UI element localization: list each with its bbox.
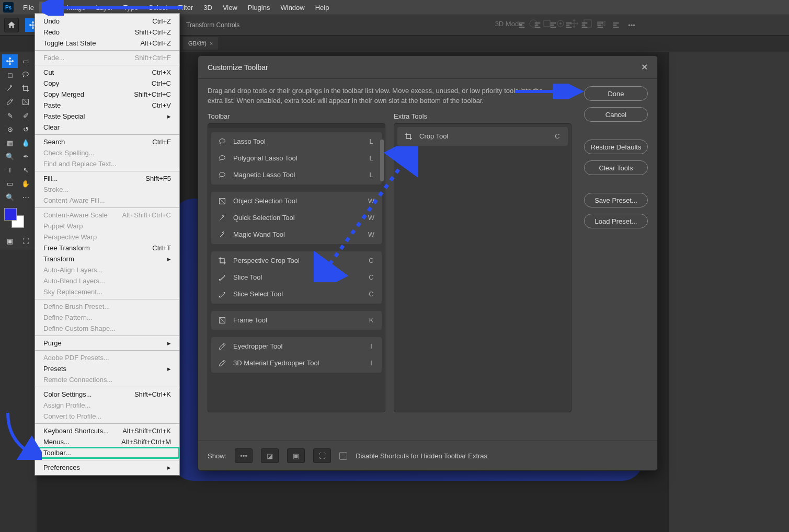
quick-select-tool[interactable] — [2, 82, 18, 95]
menu-3d[interactable]: 3D — [198, 2, 218, 14]
3d-scale-icon[interactable] — [583, 19, 592, 28]
show-quickmask-btn[interactable]: ▣ — [287, 448, 305, 463]
screenmode-tool[interactable]: ⛶ — [18, 234, 33, 248]
zoom-tool[interactable]: 🔍 — [2, 190, 18, 204]
extra-tool[interactable]: ⋯ — [18, 190, 33, 204]
menu-view[interactable]: View — [218, 2, 243, 14]
load-preset-button[interactable]: Load Preset... — [584, 214, 648, 228]
blur-tool[interactable]: 💧 — [18, 136, 33, 149]
tool-group[interactable]: Frame ToolK — [211, 311, 382, 330]
tool-group[interactable]: Perspective Crop ToolCSlice ToolCSlice S… — [211, 251, 382, 304]
menu-item-search[interactable]: SearchCtrl+F — [35, 136, 179, 147]
show-extras-btn[interactable]: ••• — [235, 448, 253, 463]
foreground-swatch[interactable] — [4, 208, 17, 221]
menu-item-clear[interactable]: Clear — [35, 122, 179, 133]
color-swatches[interactable] — [2, 207, 35, 233]
extra-tools-list[interactable]: Crop ToolC — [394, 123, 571, 412]
menu-item-toolbar[interactable]: Toolbar... — [35, 447, 179, 458]
crop-tool[interactable] — [18, 82, 33, 95]
menu-item-copy[interactable]: CopyCtrl+C — [35, 78, 179, 89]
artboard-tool[interactable]: ▭ — [18, 54, 33, 68]
menu-item-copy-merged[interactable]: Copy MergedShift+Ctrl+C — [35, 89, 179, 100]
document-tab[interactable]: GB/8#) × — [183, 37, 218, 50]
pencil-tool[interactable]: ✐ — [18, 109, 33, 122]
frame-tool[interactable] — [18, 95, 33, 109]
eyedropper-tool[interactable] — [2, 95, 18, 109]
dodge-tool[interactable]: 🔍 — [2, 149, 18, 163]
menu-type[interactable]: Type — [118, 2, 143, 14]
tool-item-crop-tool[interactable]: Crop ToolC — [397, 128, 568, 145]
menu-item-menus[interactable]: Menus...Alt+Shift+Ctrl+M — [35, 436, 179, 447]
menu-file[interactable]: File — [18, 2, 39, 14]
tool-item-eyedropper-tool[interactable]: Eyedropper ToolI — [211, 338, 382, 355]
history-brush-tool[interactable]: ↺ — [18, 122, 33, 136]
menu-item-paste-special[interactable]: Paste Special▸ — [35, 111, 179, 122]
tool-group[interactable]: Lasso ToolLPolygonal Lasso ToolLMagnetic… — [211, 132, 382, 184]
menu-select[interactable]: Select — [143, 2, 173, 14]
gradient-tool[interactable]: ▦ — [2, 136, 18, 149]
more-options-btn[interactable]: ••• — [625, 18, 638, 32]
quickmask-tool[interactable]: ▣ — [2, 234, 18, 248]
tool-group[interactable]: Object Selection ToolWQuick Selection To… — [211, 192, 382, 244]
marquee-tool[interactable]: ◻ — [2, 68, 18, 82]
menu-item-paste[interactable]: PasteCtrl+V — [35, 100, 179, 111]
menu-item-cut[interactable]: CutCtrl+X — [35, 67, 179, 78]
show-fgbg-btn[interactable]: ◪ — [261, 448, 279, 463]
lasso-tool[interactable] — [18, 68, 33, 82]
menu-item-undo[interactable]: UndoCtrl+Z — [35, 16, 179, 27]
3d-move-icon[interactable] — [569, 19, 579, 28]
tool-group[interactable]: Crop ToolC — [397, 127, 568, 146]
tool-group[interactable]: Eyedropper ToolI3D Material Eyedropper T… — [211, 337, 382, 373]
menu-plugins[interactable]: Plugins — [243, 2, 276, 14]
brush-tool[interactable]: ✎ — [2, 109, 18, 122]
menu-item-redo[interactable]: RedoShift+Ctrl+Z — [35, 27, 179, 38]
disable-shortcuts-checkbox[interactable] — [339, 452, 347, 460]
menu-item-presets[interactable]: Presets▸ — [35, 363, 179, 374]
3d-roll-icon[interactable] — [556, 19, 565, 28]
show-screenmode-btn[interactable]: ⛶ — [313, 448, 331, 463]
3d-orbit-icon[interactable] — [529, 19, 538, 28]
clear-tools-button[interactable]: Clear Tools — [584, 160, 648, 175]
type-tool[interactable]: T — [2, 163, 18, 177]
menu-item-purge[interactable]: Purge▸ — [35, 338, 179, 349]
tool-item-polygonal-lasso-tool[interactable]: Polygonal Lasso ToolL — [211, 150, 382, 167]
tool-item--d-material-eyedropper-tool[interactable]: 3D Material Eyedropper ToolI — [211, 355, 382, 372]
menu-filter[interactable]: Filter — [173, 2, 198, 14]
3d-pan-icon[interactable] — [542, 19, 552, 28]
menu-item-toggle-last-state[interactable]: Toggle Last StateAlt+Ctrl+Z — [35, 38, 179, 49]
tool-item-object-selection-tool[interactable]: Object Selection ToolW — [211, 193, 382, 210]
3d-camera-icon[interactable] — [597, 19, 606, 28]
home-button[interactable] — [4, 18, 19, 32]
close-dialog-icon[interactable]: ✕ — [641, 62, 648, 72]
save-preset-button[interactable]: Save Preset... — [584, 193, 648, 207]
tool-item-slice-select-tool[interactable]: Slice Select ToolC — [211, 286, 382, 303]
menu-item-fill[interactable]: Fill...Shift+F5 — [35, 173, 179, 184]
tool-item-slice-tool[interactable]: Slice ToolC — [211, 269, 382, 286]
tool-item-frame-tool[interactable]: Frame ToolK — [211, 312, 382, 329]
close-tab-icon[interactable]: × — [210, 40, 213, 47]
tool-item-quick-selection-tool[interactable]: Quick Selection ToolW — [211, 210, 382, 226]
tool-item-magnetic-lasso-tool[interactable]: Magnetic Lasso ToolL — [211, 167, 382, 183]
tool-item-lasso-tool[interactable]: Lasso ToolL — [211, 133, 382, 150]
hand-tool[interactable]: ✋ — [18, 177, 33, 190]
path-select-tool[interactable]: ↖ — [18, 163, 33, 177]
menu-edit[interactable]: Edit — [39, 2, 61, 14]
tool-item-perspective-crop-tool[interactable]: Perspective Crop ToolC — [211, 252, 382, 269]
menu-item-free-transform[interactable]: Free TransformCtrl+T — [35, 242, 179, 253]
menu-item-keyboard-shortcuts[interactable]: Keyboard Shortcuts...Alt+Shift+Ctrl+K — [35, 425, 179, 436]
move-tool[interactable] — [2, 54, 18, 68]
menu-image[interactable]: Image — [61, 2, 90, 14]
align-btn-7[interactable] — [609, 18, 623, 32]
toolbar-list[interactable]: Lasso ToolLPolygonal Lasso ToolLMagnetic… — [208, 123, 385, 412]
menu-layer[interactable]: Layer — [91, 2, 119, 14]
cancel-button[interactable]: Cancel — [584, 107, 648, 122]
menu-help[interactable]: Help — [310, 2, 335, 14]
clone-tool[interactable]: ⊛ — [2, 122, 18, 136]
menu-window[interactable]: Window — [275, 2, 310, 14]
scrollbar-thumb[interactable] — [380, 140, 384, 181]
tool-item-magic-wand-tool[interactable]: Magic Wand ToolW — [211, 226, 382, 243]
menu-item-color-settings[interactable]: Color Settings...Shift+Ctrl+K — [35, 389, 179, 400]
pen-tool[interactable]: ✒ — [18, 149, 33, 163]
restore-defaults-button[interactable]: Restore Defaults — [584, 140, 648, 154]
done-button[interactable]: Done — [584, 86, 648, 101]
